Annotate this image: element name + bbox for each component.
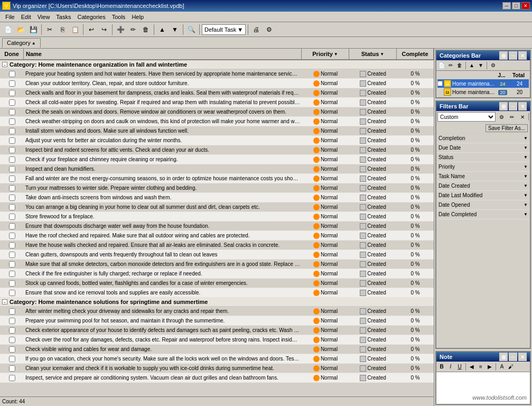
task-checkbox[interactable] [9,195,15,201]
tb-options[interactable]: ⚙ [263,24,275,35]
task-checkbox[interactable] [9,109,15,115]
task-checkbox[interactable] [9,346,15,353]
task-checkbox[interactable] [9,318,15,324]
note-color[interactable]: A [498,363,506,371]
task-checkbox[interactable] [9,90,15,96]
task-checkbox[interactable] [9,261,15,267]
task-checkbox[interactable] [9,204,15,210]
task-checkbox[interactable] [9,176,15,182]
task-scroll-area[interactable]: - Category: Home maintenance organizatio… [0,60,434,396]
save-filter-button[interactable]: Save Filter As... [486,124,528,132]
tb-undo[interactable]: ↩ [86,24,97,35]
filter-load-btn[interactable]: ⚙ [497,113,506,121]
note-underline[interactable]: U [455,363,464,371]
task-checkbox[interactable] [9,375,15,381]
th-status[interactable]: Status ▼ [349,49,397,59]
task-checkbox[interactable] [9,71,15,77]
cat-tb-up[interactable]: ▲ [468,61,476,70]
task-checkbox[interactable] [9,365,15,372]
cat-tree-item-2[interactable]: 🗂 Home maintenance solu 20 20 [437,88,529,96]
note-btn3[interactable]: ✕ [518,353,527,361]
task-checkbox[interactable] [9,308,15,315]
tb-edit-task[interactable]: ✏ [127,24,139,35]
cat-tree-item-1[interactable]: - 🗂 Home maintenance orga 24 24 [437,79,529,88]
note-center[interactable]: ≡ [477,363,485,371]
task-checkbox[interactable] [9,233,15,239]
task-checkbox[interactable] [9,252,15,258]
close-button[interactable]: ✕ [521,2,530,10]
menu-tasks[interactable]: Tasks [53,13,74,21]
note-italic[interactable]: I [446,363,455,371]
tb-down[interactable]: ▼ [169,24,181,35]
menu-view[interactable]: View [34,13,53,21]
menu-tools[interactable]: Tools [109,13,129,21]
task-checkbox[interactable] [9,156,15,163]
cat-bar-btn1[interactable]: ⊞ [499,51,508,60]
note-right[interactable]: ▶ [486,363,494,371]
filter-item-row[interactable]: Due Date ▼ [436,143,530,153]
tb-cut[interactable]: ✂ [44,24,55,35]
task-checkbox[interactable] [9,214,15,220]
cat1-expand[interactable]: - [2,62,7,67]
tb-up[interactable]: ▲ [156,24,168,35]
filter-item-row[interactable]: Date Completed ▼ [436,210,530,219]
cat-bar-btn2[interactable]: ─ [509,51,517,60]
menu-file[interactable]: File [2,13,18,21]
cat-bar-btn3[interactable]: ✕ [518,51,527,60]
filter-preset-select[interactable]: Custom [437,112,496,122]
default-task-dropdown[interactable]: Default Task ▼ [202,24,246,35]
cat-tb-down[interactable]: ▼ [477,61,485,70]
task-checkbox[interactable] [9,242,15,248]
filter-item-row[interactable]: Date Last Modified ▼ [436,191,530,200]
th-priority[interactable]: Priority ▼ [302,49,349,59]
filter-edit-btn[interactable]: ✏ [507,113,517,121]
note-btn2[interactable]: ─ [509,353,517,361]
tb-delete-task[interactable]: 🗑 [140,24,152,35]
filter-bar-btn2[interactable]: ─ [509,102,517,110]
task-checkbox[interactable] [9,271,15,277]
task-checkbox[interactable] [9,356,15,362]
task-checkbox[interactable] [9,118,15,125]
task-checkbox[interactable] [9,80,15,87]
cat-tb-edit[interactable]: ✏ [446,61,455,70]
filter-item-row[interactable]: Date Created ▼ [436,181,530,191]
filter-item-row[interactable]: Date Opened ▼ [436,200,530,210]
task-checkbox[interactable] [9,290,15,296]
task-checkbox[interactable] [9,128,15,134]
filter-delete-btn[interactable]: ✕ [518,113,527,121]
task-checkbox[interactable] [9,166,15,172]
cat-tb-new[interactable]: 📄 [437,61,446,70]
note-left[interactable]: ◀ [468,363,476,371]
note-bg[interactable]: 🖌 [507,363,515,371]
tb-redo[interactable]: ↪ [98,24,110,35]
menu-categories[interactable]: Categories [74,13,108,21]
category-tab[interactable]: Category ▲ [2,38,41,48]
cat2-expand[interactable]: - [2,299,7,304]
tb-filter[interactable]: 🔍 [185,24,197,35]
cat-tb-delete[interactable]: 🗑 [455,61,464,70]
menu-edit[interactable]: Edit [18,13,34,21]
note-bold[interactable]: B [437,363,446,371]
minimize-button[interactable]: ─ [502,2,511,10]
task-checkbox[interactable] [9,327,15,334]
task-checkbox[interactable] [9,223,15,229]
menu-help[interactable]: Help [128,13,147,21]
task-checkbox[interactable] [9,137,15,144]
task-checkbox[interactable] [9,185,15,191]
th-name[interactable]: Name [24,49,302,59]
filter-item-row[interactable]: Status ▼ [436,153,530,162]
task-checkbox[interactable] [9,99,15,106]
note-btn1[interactable]: ⊞ [499,353,508,361]
filter-item-row[interactable]: Task Name ▼ [436,172,530,181]
tb-print[interactable]: 🖨 [250,24,262,35]
filter-item-row[interactable]: Completion ▼ [436,134,530,143]
filter-bar-btn1[interactable]: ⊞ [499,102,508,110]
maximize-button[interactable]: □ [512,2,520,10]
tb-paste[interactable]: 📋 [69,24,81,35]
tree-expand-1[interactable]: - [437,81,443,86]
task-checkbox[interactable] [9,147,15,153]
tb-new[interactable]: 📄 [2,24,14,35]
tb-copy[interactable]: ⎘ [57,24,68,35]
tb-save[interactable]: 💾 [27,24,39,35]
task-checkbox[interactable] [9,337,15,343]
